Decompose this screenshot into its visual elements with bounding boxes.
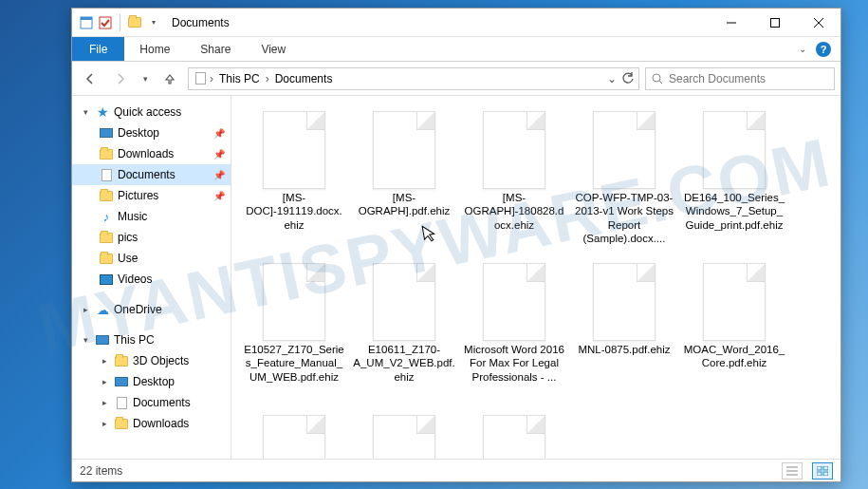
address-dropdown[interactable]: ⌄ bbox=[607, 72, 617, 85]
tab-view[interactable]: View bbox=[246, 37, 301, 61]
large-icons-view-button[interactable] bbox=[812, 462, 833, 480]
sidebar-item-documents[interactable]: ▸Documents bbox=[72, 392, 231, 413]
svg-rect-14 bbox=[817, 472, 822, 476]
explorer-window: ▾ Documents File Home Share View ⌄ ? ▾ ›… bbox=[71, 8, 841, 482]
breadcrumb-this-pc[interactable]: This PC bbox=[215, 70, 264, 87]
file-item[interactable]: MNL-0875.pdf.ehiz bbox=[569, 257, 679, 409]
file-item[interactable]: [MS-OGRAPH]-180828.docx.ehiz bbox=[459, 105, 569, 257]
svg-rect-12 bbox=[817, 466, 822, 470]
svg-point-7 bbox=[653, 74, 660, 82]
sidebar-item-downloads[interactable]: ▸Downloads bbox=[72, 413, 231, 434]
chevron-right-icon[interactable]: ▸ bbox=[99, 398, 110, 407]
file-thumbnail bbox=[593, 111, 656, 189]
file-thumbnail bbox=[373, 415, 435, 459]
sidebar-quick-access[interactable]: ▾ ★ Quick access bbox=[72, 102, 231, 122]
file-item[interactable]: MOAC_Word_2016_Core.pdf.ehiz bbox=[679, 257, 789, 409]
close-button[interactable] bbox=[797, 9, 840, 37]
file-item[interactable] bbox=[459, 409, 569, 459]
checkmark-icon[interactable] bbox=[97, 14, 114, 31]
file-name-label: E10611_Z170-A_UM_V2_WEB.pdf.ehiz bbox=[353, 343, 455, 384]
quick-access-toolbar: ▾ bbox=[78, 14, 162, 31]
sidebar-item-desktop[interactable]: ▸Desktop bbox=[72, 371, 231, 392]
sidebar-item-label: Downloads bbox=[118, 147, 174, 160]
minimize-button[interactable] bbox=[710, 9, 753, 37]
window-controls bbox=[710, 9, 840, 37]
ribbon-expand-icon[interactable]: ⌄ bbox=[799, 44, 806, 54]
help-icon[interactable]: ? bbox=[816, 42, 831, 57]
item-icon bbox=[114, 375, 129, 388]
location-file-icon bbox=[193, 72, 208, 85]
item-icon bbox=[99, 189, 114, 202]
file-name-label: MOAC_Word_2016_Core.pdf.ehiz bbox=[683, 343, 785, 370]
file-thumbnail bbox=[263, 111, 325, 189]
file-name-label: COP-WFP-TMP-03-2013-v1 Work Steps Report… bbox=[573, 191, 675, 246]
svg-line-8 bbox=[659, 81, 662, 84]
pin-icon: 📌 bbox=[213, 170, 225, 180]
file-name-label: E10527_Z170_Series_Feature_Manual_UM_WEB… bbox=[243, 343, 345, 384]
file-thumbnail bbox=[703, 111, 766, 189]
file-name-label: Microsoft Word 2016 For Max For Legal Pr… bbox=[463, 343, 565, 384]
maximize-button[interactable] bbox=[753, 9, 797, 37]
pin-icon: 📌 bbox=[213, 191, 225, 201]
search-placeholder: Search Documents bbox=[669, 72, 766, 85]
sidebar-item-music[interactable]: ♪Music bbox=[72, 206, 231, 227]
sidebar-item-pics[interactable]: pics bbox=[72, 227, 231, 248]
item-count: 22 items bbox=[80, 464, 122, 478]
chevron-down-icon[interactable]: ▾ bbox=[80, 107, 91, 117]
chevron-down-icon[interactable]: ▾ bbox=[80, 335, 91, 345]
sidebar-item-label: Desktop bbox=[133, 375, 175, 388]
file-item[interactable]: Microsoft Word 2016 For Max For Legal Pr… bbox=[459, 257, 569, 409]
chevron-right-icon[interactable]: ▸ bbox=[80, 305, 91, 314]
file-item[interactable]: COP-WFP-TMP-03-2013-v1 Work Steps Report… bbox=[569, 105, 679, 257]
folder-icon[interactable] bbox=[126, 14, 143, 31]
sidebar-item-downloads[interactable]: Downloads📌 bbox=[72, 143, 231, 164]
breadcrumb-documents[interactable]: Documents bbox=[271, 70, 337, 87]
tab-home[interactable]: Home bbox=[124, 37, 185, 61]
details-view-button[interactable] bbox=[782, 462, 803, 480]
address-bar[interactable]: › This PC › Documents ⌄ bbox=[188, 67, 639, 90]
file-item[interactable]: DE164_100_Series_Windows_7_Setup_Guide_p… bbox=[679, 105, 789, 257]
main-area: ▾ ★ Quick access Desktop📌Downloads📌Docum… bbox=[72, 96, 840, 459]
sidebar-item-documents[interactable]: Documents📌 bbox=[72, 164, 231, 185]
up-button[interactable] bbox=[157, 67, 182, 90]
navigation-pane[interactable]: ▾ ★ Quick access Desktop📌Downloads📌Docum… bbox=[72, 96, 231, 459]
sidebar-item-3d-objects[interactable]: ▸3D Objects bbox=[72, 350, 231, 371]
chevron-right-icon[interactable]: ▸ bbox=[99, 419, 110, 428]
file-item[interactable] bbox=[349, 409, 459, 459]
file-thumbnail bbox=[263, 263, 325, 341]
file-item[interactable]: E10527_Z170_Series_Feature_Manual_UM_WEB… bbox=[239, 257, 349, 409]
file-name-label: [MS-DOC]-191119.docx.ehiz bbox=[243, 191, 345, 232]
file-thumbnail bbox=[263, 415, 325, 459]
sidebar-onedrive[interactable]: ▸ ☁ OneDrive bbox=[72, 299, 231, 320]
file-thumbnail bbox=[373, 111, 435, 189]
sidebar-item-videos[interactable]: Videos bbox=[72, 269, 231, 290]
file-item[interactable]: [MS-OGRAPH].pdf.ehiz bbox=[349, 105, 459, 257]
forward-button[interactable] bbox=[108, 67, 133, 90]
chevron-right-icon[interactable]: ▸ bbox=[99, 356, 110, 366]
file-list[interactable]: [MS-DOC]-191119.docx.ehiz[MS-OGRAPH].pdf… bbox=[231, 96, 840, 459]
file-item[interactable] bbox=[239, 409, 349, 459]
tab-share[interactable]: Share bbox=[185, 37, 246, 61]
item-icon bbox=[114, 417, 129, 430]
sidebar-item-label: 3D Objects bbox=[133, 354, 189, 367]
search-input[interactable]: Search Documents bbox=[645, 67, 835, 90]
recent-locations-button[interactable]: ▾ bbox=[139, 67, 152, 90]
sidebar-item-pictures[interactable]: Pictures📌 bbox=[72, 185, 231, 206]
properties-icon[interactable] bbox=[78, 14, 95, 31]
refresh-button[interactable] bbox=[622, 72, 635, 85]
file-item[interactable]: E10611_Z170-A_UM_V2_WEB.pdf.ehiz bbox=[349, 257, 459, 409]
pin-icon: 📌 bbox=[213, 128, 225, 139]
qat-dropdown-icon[interactable]: ▾ bbox=[145, 14, 162, 31]
sidebar-item-label: pics bbox=[118, 231, 138, 244]
chevron-right-icon[interactable]: ▸ bbox=[99, 377, 110, 386]
file-thumbnail bbox=[703, 263, 766, 341]
item-icon bbox=[114, 354, 129, 367]
sidebar-item-label: Downloads bbox=[133, 417, 189, 430]
back-button[interactable] bbox=[78, 67, 102, 90]
search-icon bbox=[652, 73, 663, 85]
file-item[interactable]: [MS-DOC]-191119.docx.ehiz bbox=[239, 105, 349, 257]
sidebar-item-use[interactable]: Use bbox=[72, 248, 231, 269]
sidebar-item-desktop[interactable]: Desktop📌 bbox=[72, 122, 231, 143]
sidebar-this-pc[interactable]: ▾ This PC bbox=[72, 329, 231, 350]
tab-file[interactable]: File bbox=[72, 37, 124, 61]
